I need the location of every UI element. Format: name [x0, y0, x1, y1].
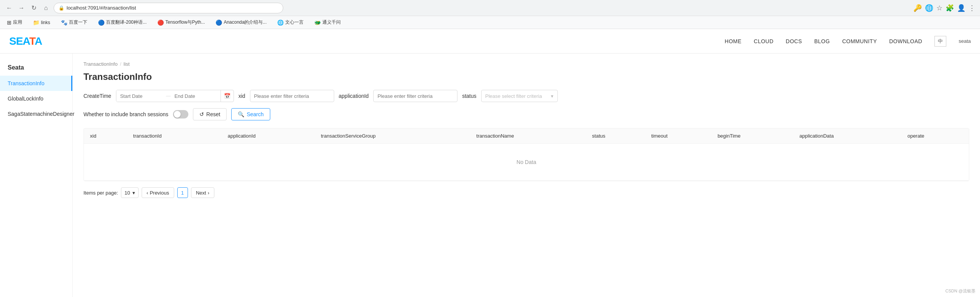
calendar-icon[interactable]: 📅 [220, 90, 234, 102]
baidu-icon: 🐾 [61, 19, 67, 26]
back-button[interactable]: ← [5, 3, 14, 13]
search-button[interactable]: 🔍 Search [231, 108, 270, 120]
sidebar-item-global-lock-info[interactable]: GlobalLockInfo [0, 91, 72, 106]
application-id-label: applicationId [339, 93, 369, 99]
col-begin-time: beginTime [711, 128, 793, 144]
main-content: TransactionInfo / list TransactionInfo C… [73, 54, 980, 297]
items-per-page-select[interactable]: 10 ▾ [121, 187, 138, 198]
bookmark-fanyi-label: 百度翻译-200种语... [106, 19, 147, 26]
search-icon: 🔍 [238, 111, 244, 117]
col-status: status [586, 128, 645, 144]
nav-blog[interactable]: BLOG [814, 38, 830, 44]
bookmark-tongyi-label: 通义千问 [322, 19, 341, 26]
bookmark-tongyi[interactable]: 🐲 通义千问 [312, 18, 343, 26]
bookmark-apps[interactable]: ⊞ 应用 [5, 18, 24, 26]
fanyi-icon: 🔵 [98, 19, 105, 26]
previous-button-label: Previous [150, 190, 169, 196]
refresh-button[interactable]: ↻ [29, 3, 38, 13]
filter-row-2: Whether to include branch sessions ↺ Res… [83, 108, 969, 120]
nav-docs[interactable]: DOCS [786, 38, 802, 44]
reset-button-label: Reset [206, 111, 220, 117]
col-transaction-id: transactionId [127, 128, 222, 144]
col-application-data: applicationData [793, 128, 901, 144]
app-logo: SEATA [9, 35, 42, 47]
col-timeout: timeout [645, 128, 711, 144]
no-data-text: No Data [84, 144, 969, 181]
bookmark-links[interactable]: 📁 links [31, 19, 52, 26]
lock-icon: 🔒 [59, 5, 64, 11]
bookmark-fanyi[interactable]: 🔵 百度翻译-200种语... [96, 18, 149, 26]
col-transaction-name: transactionName [470, 128, 586, 144]
extensions-icon[interactable]: 🧩 [946, 4, 954, 12]
translate-icon[interactable]: 🌐 [925, 4, 933, 12]
bookmark-apps-label: 应用 [13, 19, 22, 26]
include-branch-toggle[interactable] [173, 110, 188, 118]
reset-icon: ↺ [199, 111, 204, 117]
nav-home[interactable]: HOME [725, 38, 742, 44]
bookmark-baidu[interactable]: 🐾 百度一下 [59, 18, 90, 26]
application-id-input[interactable] [373, 90, 457, 102]
start-date-input[interactable] [116, 90, 166, 102]
date-separator: — [166, 93, 171, 99]
sidebar-item-global-lock-info-label: GlobalLockInfo [8, 96, 43, 102]
address-text: localhost:7091/#/transaction/list [67, 5, 136, 11]
nav-download[interactable]: DOWNLOAD [889, 38, 922, 44]
search-button-label: Search [247, 111, 263, 117]
col-operate: operate [901, 128, 969, 144]
create-time-label: CreateTime [83, 93, 111, 99]
password-icon[interactable]: 🔑 [913, 4, 922, 12]
app-body: Seata TransactionInfo GlobalLockInfo Sag… [0, 54, 980, 297]
previous-button[interactable]: ‹ Previous [142, 187, 174, 198]
filter-row-1: CreateTime — 📅 xid applicationId status … [83, 90, 969, 102]
browser-chrome: ← → ↻ ⌂ 🔒 localhost:7091/#/transaction/l… [0, 0, 980, 16]
date-range-picker[interactable]: — 📅 [116, 90, 234, 102]
sidebar-item-saga-designer[interactable]: SagaStatemachineDesigner [0, 106, 72, 122]
table-header-row: xid transactionId applicationId transact… [84, 128, 969, 144]
chevron-down-icon: ▾ [551, 93, 554, 99]
no-data-row: No Data [84, 144, 969, 181]
profile-icon[interactable]: 👤 [957, 4, 965, 12]
next-arrow-icon: › [207, 190, 209, 196]
address-bar[interactable]: 🔒 localhost:7091/#/transaction/list [54, 3, 283, 13]
menu-icon[interactable]: ⋮ [969, 4, 975, 12]
nav-community[interactable]: COMMUNITY [842, 38, 877, 44]
toggle-knob [174, 111, 181, 118]
folder-icon: 📁 [33, 19, 39, 26]
sidebar-item-transaction-info[interactable]: TransactionInfo [0, 76, 72, 91]
user-label[interactable]: seata [959, 38, 971, 44]
bookmark-tensorflow[interactable]: 🔴 Tensorflow与Pyth... [155, 18, 207, 26]
apps-icon: ⊞ [7, 19, 11, 26]
breadcrumb-parent[interactable]: TransactionInfo [83, 61, 118, 67]
items-per-page-value: 10 [124, 190, 130, 196]
bookmark-anaconda[interactable]: 🔵 Anaconda的介绍与... [213, 18, 269, 26]
home-button[interactable]: ⌂ [41, 3, 51, 13]
page-title: TransactionInfo [83, 71, 969, 82]
next-button[interactable]: Next › [191, 187, 214, 198]
wenxin-icon: 🌐 [277, 19, 284, 26]
bookmark-wenxin[interactable]: 🌐 文心一言 [275, 18, 306, 26]
col-xid: xid [84, 128, 127, 144]
breadcrumb-current: list [124, 61, 130, 67]
current-page[interactable]: 1 [177, 187, 188, 198]
forward-button[interactable]: → [17, 3, 26, 13]
include-branch-label: Whether to include branch sessions [83, 111, 168, 117]
sidebar-title: Seata [0, 60, 72, 76]
nav-cloud[interactable]: CLOUD [754, 38, 774, 44]
end-date-input[interactable] [171, 90, 220, 102]
items-per-page-label: Items per page: [83, 190, 118, 196]
bookmark-baidu-label: 百度一下 [69, 19, 87, 26]
lang-button[interactable]: 中 [934, 36, 946, 47]
bookmark-icon[interactable]: ☆ [936, 4, 942, 12]
tensorflow-icon: 🔴 [157, 19, 164, 26]
bookmark-wenxin-label: 文心一言 [285, 19, 304, 26]
csdn-badge: CSDN @流银墨 [946, 288, 975, 294]
anaconda-icon: 🔵 [216, 19, 222, 26]
status-select-text: Please select filter criteria [485, 93, 551, 99]
reset-button[interactable]: ↺ Reset [193, 108, 227, 120]
col-application-id: applicationId [222, 128, 315, 144]
sidebar-item-transaction-info-label: TransactionInfo [8, 80, 44, 86]
status-select[interactable]: Please select filter criteria ▾ [481, 90, 558, 102]
bookmark-anaconda-label: Anaconda的介绍与... [224, 19, 266, 26]
bookmark-tensorflow-label: Tensorflow与Pyth... [165, 19, 205, 26]
xid-input[interactable] [250, 90, 334, 102]
